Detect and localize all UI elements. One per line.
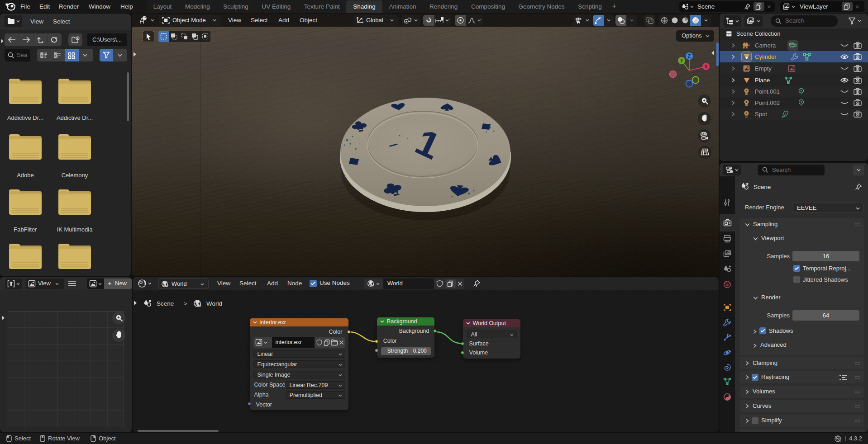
svg-text:Z: Z [688, 54, 691, 59]
svg-text:Y: Y [680, 58, 683, 63]
svg-text:X: X [705, 64, 708, 69]
